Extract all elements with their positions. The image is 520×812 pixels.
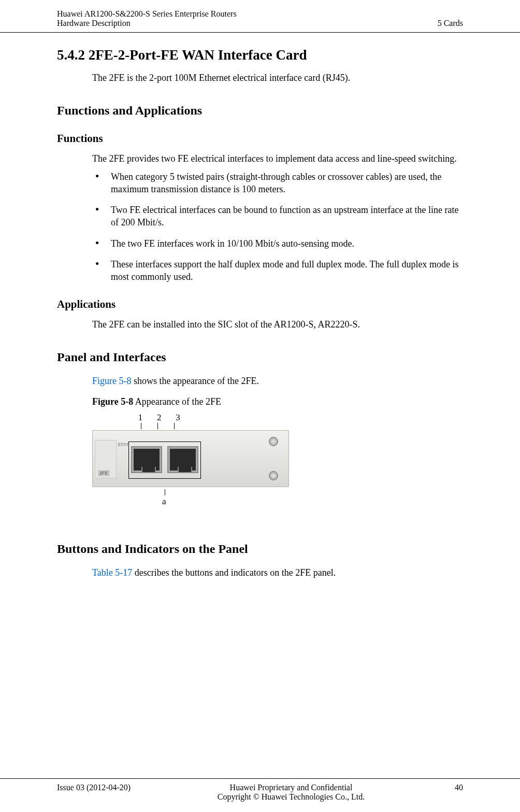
section-title: 5.4.2 2FE-2-Port-FE WAN Interface Card — [57, 47, 463, 63]
rj45-port-1-icon — [167, 446, 198, 473]
figure-tick-2 — [157, 423, 158, 429]
table-ref-link[interactable]: Table 5-17 — [92, 567, 132, 578]
list-item: When category 5 twisted pairs (straight-… — [92, 170, 463, 196]
figure-caption-bold: Figure 5-8 — [92, 396, 133, 407]
figure-label-2: 2 — [155, 412, 163, 423]
figure-ref-link[interactable]: Figure 5-8 — [92, 376, 132, 386]
page-content: 5.4.2 2FE-2-Port-FE WAN Interface Card T… — [0, 47, 520, 579]
functions-apps-heading: Functions and Applications — [57, 104, 463, 118]
panel-intro-post: shows the appearance of the 2FE. — [132, 376, 259, 386]
figure-caption-rest: Appearance of the 2FE — [133, 396, 221, 407]
footer-copyright: Copyright © Huawei Technologies Co., Ltd… — [161, 792, 422, 802]
buttons-text-post: describes the buttons and indicators on … — [132, 567, 336, 578]
footer-page-number: 40 — [422, 783, 463, 792]
applications-heading: Applications — [57, 298, 463, 311]
figure-tick-1 — [141, 423, 141, 429]
page-footer: Issue 03 (2012-04-20) Huawei Proprietary… — [0, 778, 520, 802]
list-item: Two FE electrical interfaces can be boun… — [92, 204, 463, 229]
functions-intro: The 2FE provides two FE electrical inter… — [92, 152, 463, 165]
footer-issue: Issue 03 (2012-04-20) — [57, 783, 161, 792]
list-item: The two FE interfaces work in 10/100 Mbi… — [92, 237, 463, 250]
functions-heading: Functions — [57, 132, 463, 145]
page-header: Huawei AR1200-S&2200-S Series Enterprise… — [0, 0, 520, 33]
figure-tick-a — [165, 489, 165, 495]
buttons-text: Table 5-17 describes the buttons and ind… — [92, 566, 463, 579]
panel-intro: Figure 5-8 shows the appearance of the 2… — [92, 375, 463, 387]
figure-2fe-appearance: 1 2 3 STAT 2FE a — [92, 412, 289, 511]
stat-label: STAT — [118, 442, 129, 447]
figure-label-a: a — [162, 496, 166, 507]
applications-text: The 2FE can be installed into the SIC sl… — [92, 318, 463, 331]
list-item: These interfaces support the half duplex… — [92, 258, 463, 283]
footer-confidential: Huawei Proprietary and Confidential — [161, 783, 422, 792]
screw-icon — [269, 471, 278, 480]
section-intro: The 2FE is the 2-port 100M Ethernet elec… — [92, 72, 463, 84]
functions-bullet-list: When category 5 twisted pairs (straight-… — [92, 170, 463, 283]
screw-icon — [269, 437, 278, 446]
header-chapter: 5 Cards — [438, 19, 463, 28]
header-product-line1: Huawei AR1200-S&2200-S Series Enterprise… — [57, 9, 237, 19]
figure-label-3: 3 — [175, 412, 182, 423]
figure-label-1: 1 — [137, 412, 144, 423]
header-product-line2: Hardware Description — [57, 19, 237, 28]
figure-top-labels: 1 2 3 — [137, 412, 182, 423]
fe-label: 2FE — [98, 470, 110, 476]
figure-caption: Figure 5-8 Appearance of the 2FE — [92, 396, 463, 407]
figure-tick-3 — [174, 423, 175, 429]
buttons-heading: Buttons and Indicators on the Panel — [57, 542, 463, 556]
card-image: STAT 2FE — [92, 430, 289, 487]
rj45-port-0-icon — [131, 446, 162, 473]
panel-heading: Panel and Interfaces — [57, 350, 463, 364]
